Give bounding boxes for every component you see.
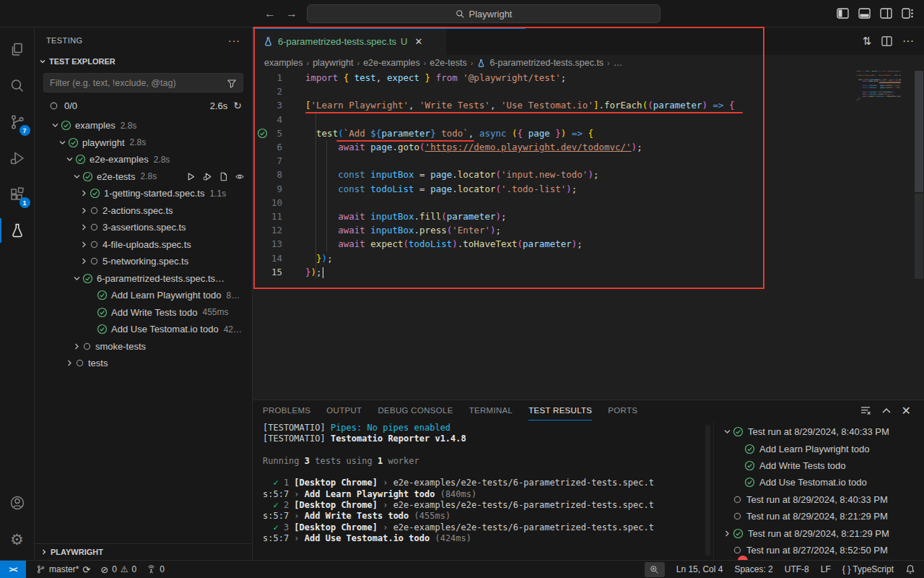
code-line-8[interactable]: 8 const inputBox = page.locator('input.n… xyxy=(253,168,924,181)
test-results-output[interactable]: [TESTOMATIO] Pipes: No pipes enabled[TES… xyxy=(253,420,713,560)
test-explorer-header[interactable]: TEST EXPLORER xyxy=(35,53,252,70)
run-debug-icon[interactable] xyxy=(0,140,35,176)
tree-item-6-parametrized-tests-spec-ts-[interactable]: 6-parametrized-tests.spec.ts… xyxy=(35,270,252,288)
code-line-15[interactable]: 15}); xyxy=(253,265,924,279)
gutter-test-pass-icon[interactable] xyxy=(257,128,268,139)
debug-tests-icon[interactable] xyxy=(202,172,212,181)
tree-item-5-networking-spec-ts[interactable]: 5-networking.spec.ts xyxy=(35,253,252,270)
breadcrumb-item[interactable]: e2e-tests xyxy=(430,58,466,68)
tree-item-e2e-tests[interactable]: e2e-tests2.8s xyxy=(35,168,252,186)
test-run-item[interactable]: Add Learn Playwright todo xyxy=(714,440,924,457)
watch-eye-icon[interactable] xyxy=(235,172,245,181)
editor-more-icon[interactable]: ··· xyxy=(902,35,914,48)
chevron-down-icon[interactable] xyxy=(58,139,66,147)
test-run-item[interactable]: Test run at 8/29/2024, 8:21:29 PM xyxy=(714,508,924,525)
filter-icon[interactable] xyxy=(227,78,237,88)
code-editor[interactable]: import { test, expect } from '@playwrigh… xyxy=(253,71,924,400)
clear-output-icon[interactable] xyxy=(860,406,871,415)
playwright-section-header[interactable]: PLAYWRIGHT xyxy=(35,543,252,560)
panel-tab-test-results[interactable]: TEST RESULTS xyxy=(528,400,592,420)
tree-item-1-getting-started-spec-ts[interactable]: 1-getting-started.spec.ts1.1s xyxy=(35,185,252,202)
open-changes-icon[interactable]: ⇅ xyxy=(862,35,871,48)
panel-tab-debug-console[interactable]: DEBUG CONSOLE xyxy=(378,400,453,420)
chevron-right-icon[interactable] xyxy=(66,359,74,367)
notifications-bell-icon[interactable] xyxy=(905,564,915,574)
test-run-item[interactable]: Test run at 8/29/2024, 8:40:33 PM xyxy=(714,491,924,508)
panel-tab-output[interactable]: OUTPUT xyxy=(326,400,362,420)
ports-status[interactable]: 0 xyxy=(147,564,165,574)
eol-status[interactable]: LF xyxy=(821,564,831,574)
code-line-1[interactable]: 1import { test, expect } from '@playwrig… xyxy=(253,71,924,85)
code-line-6[interactable]: 6 await page.goto('https://demo.playwrig… xyxy=(253,140,924,154)
close-panel-icon[interactable]: ✕ xyxy=(902,404,911,418)
code-line-3[interactable]: 3['Learn Playwright', 'Write Tests', 'Us… xyxy=(253,98,924,112)
extensions-icon[interactable]: 1 xyxy=(0,176,35,212)
problems-status[interactable]: ⊘ 0 ⚠ 0 xyxy=(100,564,136,575)
terminal-scrollbar[interactable] xyxy=(705,425,710,556)
tab-close-icon[interactable]: ✕ xyxy=(414,36,422,47)
panel-tab-problems[interactable]: PROBLEMS xyxy=(263,400,310,420)
chevron-right-icon[interactable] xyxy=(723,530,731,538)
chevron-down-icon[interactable] xyxy=(73,275,81,282)
git-branch-status[interactable]: master* ⟳ xyxy=(36,564,90,575)
test-filter-input[interactable]: Filter (e.g. text, !exclude, @tag) xyxy=(43,73,243,92)
panel-tab-terminal[interactable]: TERMINAL xyxy=(469,400,513,420)
code-line-9[interactable]: 9 const todoList = page.locator('.todo-l… xyxy=(253,182,924,196)
chevron-right-icon[interactable] xyxy=(80,223,88,231)
tree-item-4-file-uploads-spec-ts[interactable]: 4-file-uploads.spec.ts xyxy=(35,236,252,254)
nav-forward-icon[interactable]: → xyxy=(286,7,297,20)
indentation-status[interactable]: Spaces: 2 xyxy=(734,564,772,574)
code-line-7[interactable]: 7 xyxy=(253,154,924,168)
zoom-button[interactable] xyxy=(645,562,665,577)
code-line-12[interactable]: 12 await inputBox.press('Enter'); xyxy=(253,223,924,237)
tree-item-add-learn-playwright-todo[interactable]: Add Learn Playwright todo8… xyxy=(35,287,252,304)
tree-item-playwright[interactable]: playwright2.8s xyxy=(35,134,252,152)
search-sidebar-icon[interactable] xyxy=(0,68,35,104)
chevron-down-icon[interactable] xyxy=(66,155,74,163)
chevron-right-icon[interactable] xyxy=(80,257,88,265)
chevron-down-icon[interactable] xyxy=(51,121,59,129)
test-run-item[interactable]: Add Use Testomat.io todo xyxy=(714,474,924,491)
remote-indicator[interactable]: >< xyxy=(0,561,26,578)
test-run-item[interactable]: Test run at 8/29/2024, 8:21:29 PM xyxy=(714,525,924,541)
chevron-right-icon[interactable] xyxy=(80,207,88,215)
split-editor-icon[interactable] xyxy=(881,36,892,46)
sidebar-more-icon[interactable]: ··· xyxy=(228,35,240,46)
run-tests-icon[interactable] xyxy=(186,172,196,181)
chevron-right-icon[interactable] xyxy=(80,241,88,249)
chevron-down-icon[interactable] xyxy=(723,428,731,436)
tree-item-e2e-examples[interactable]: e2e-examples2.8s xyxy=(35,151,252,168)
tree-item-examples[interactable]: examples2.8s xyxy=(35,117,252,134)
tree-item-3-assertions-spec-ts[interactable]: 3-assertions.spec.ts xyxy=(35,219,252,236)
code-line-2[interactable]: 2 xyxy=(253,85,924,98)
settings-gear-icon[interactable]: ⚙ xyxy=(0,521,35,557)
toggle-sidebar-icon[interactable] xyxy=(837,8,849,19)
command-center-search[interactable]: Playwright xyxy=(307,4,661,23)
breadcrumb-item[interactable]: playwright xyxy=(313,58,353,68)
goto-file-icon[interactable] xyxy=(219,172,228,181)
tree-item-smoke-tests[interactable]: smoke-tests xyxy=(35,338,252,355)
customize-layout-icon[interactable] xyxy=(902,8,914,19)
breadcrumb-item[interactable]: examples xyxy=(264,58,303,68)
chevron-down-icon[interactable] xyxy=(73,173,81,181)
encoding-status[interactable]: UTF-8 xyxy=(785,564,809,574)
chevron-right-icon[interactable] xyxy=(80,189,88,197)
testing-icon[interactable] xyxy=(0,212,35,249)
code-line-4[interactable]: 4 xyxy=(253,113,924,126)
test-run-item[interactable]: Test run at 8/29/2024, 8:40:33 PM xyxy=(714,423,924,440)
maximize-panel-icon[interactable] xyxy=(882,407,891,413)
test-run-item[interactable]: Add Write Tests todo xyxy=(714,457,924,474)
refresh-tests-icon[interactable]: ↻ xyxy=(233,100,242,111)
panel-tab-ports[interactable]: PORTS xyxy=(608,400,637,420)
tree-item-2-actions-spec-ts[interactable]: 2-actions.spec.ts xyxy=(35,202,252,220)
toggle-panel-icon[interactable] xyxy=(858,8,871,19)
source-control-icon[interactable]: 7 xyxy=(0,104,35,140)
chevron-right-icon[interactable] xyxy=(73,342,81,350)
tree-item-add-use-testomat-io-todo[interactable]: Add Use Testomat.io todo42… xyxy=(35,321,252,338)
nav-back-icon[interactable]: ← xyxy=(264,7,276,20)
cursor-position[interactable]: Ln 15, Col 4 xyxy=(676,564,723,574)
tree-item-tests[interactable]: tests xyxy=(35,355,252,372)
breadcrumb-item[interactable]: e2e-examples xyxy=(363,58,420,68)
code-line-13[interactable]: 13 await expect(todoList).toHaveText(par… xyxy=(253,237,924,251)
tree-item-add-write-tests-todo[interactable]: Add Write Tests todo455ms xyxy=(35,304,252,322)
